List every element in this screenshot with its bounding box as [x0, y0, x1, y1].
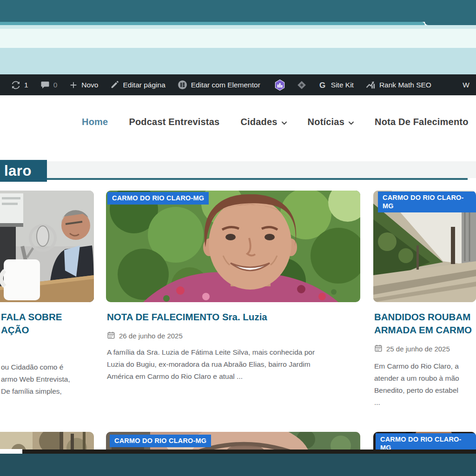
chrome-strip-cyan [0, 25, 476, 29]
section-title: laro [4, 163, 32, 179]
nav-label: Home [82, 117, 108, 127]
title-line: BANDIDOS ROUBAM [374, 311, 472, 324]
article-excerpt-line: ou Cidadão como é [1, 361, 70, 373]
title-line: AÇÃO [1, 324, 62, 337]
edit-elementor-label: Editar com Elementor [191, 81, 260, 89]
svg-text:G: G [319, 80, 325, 89]
article-date-text: 25 de junho de 2025 [386, 345, 450, 353]
article-title[interactable]: NOTA DE FALECIMENTO Sra. Luzia [107, 311, 267, 324]
wp-admin-bar: 1 0 Novo Editar página [0, 74, 476, 95]
adminbar-analytics-plugin[interactable] [274, 79, 285, 91]
article-title[interactable]: FALA SOBRE AÇÃO [1, 311, 62, 337]
chrome-accent-strip [0, 22, 425, 25]
adminbar-edit-page[interactable]: Editar página [110, 80, 165, 89]
adminbar-site-kit[interactable]: G Site Kit [318, 80, 354, 90]
section-title-box: laro [0, 160, 47, 182]
truncated-item-label: W [463, 81, 469, 89]
article-excerpt: A família da Sra. Luzia de Fátima Leite … [107, 346, 315, 383]
article-image[interactable]: CARMO DO RIO CLARO-MG [106, 191, 360, 302]
elementor-icon [178, 80, 187, 90]
nav-item-home[interactable]: Home [82, 117, 108, 127]
article-card: CARMO DO RIO CLARO-MG NOTA DE FALECIMENT… [106, 191, 360, 302]
main-nav: Home Podcast Entrevistas Cidades Notícia… [82, 117, 469, 127]
nav-label: Podcast Entrevistas [129, 117, 219, 127]
nav-item-podcast-entrevistas[interactable]: Podcast Entrevistas [129, 117, 219, 127]
bottom-frame [0, 454, 476, 476]
edit-page-label: Editar página [123, 81, 165, 89]
chrome-strip-white [0, 29, 476, 48]
nav-item-cidades[interactable]: Cidades [240, 117, 286, 127]
article-card: FALA SOBRE AÇÃO ou Cidadão como é armo W… [0, 191, 94, 302]
adminbar-diamond-plugin[interactable] [297, 80, 307, 90]
chevron-down-icon [282, 117, 287, 127]
adminbar-truncated-item[interactable]: W [463, 81, 469, 89]
title-line: NOTA DE FALECIMENTO Sra. Luzia [107, 311, 267, 324]
update-icon [11, 80, 20, 90]
calendar-icon [107, 331, 115, 341]
updates-count: 1 [24, 81, 28, 89]
category-badge-label: CARMO DO RIO CLARO-MG [114, 437, 206, 444]
section-title-bar [47, 161, 476, 178]
article-excerpt-line: atender a um roubo à mão [374, 372, 459, 384]
adminbar-updates[interactable]: 1 [11, 80, 28, 90]
purple-hexagon-chart-icon [274, 79, 285, 91]
category-badge-label: CARMO DO RIO CLARO-MG [383, 194, 464, 210]
chrome-accent-right [425, 22, 476, 25]
chrome-strip-cyan-2 [0, 48, 476, 74]
adminbar-rank-math[interactable]: Rank Math SEO [366, 80, 431, 90]
nav-label: Notícias [308, 117, 344, 127]
adminbar-edit-elementor[interactable]: Editar com Elementor [178, 80, 260, 90]
article-excerpt: Em Carmo do Rio Claro, a atender a um ro… [374, 360, 459, 409]
article-excerpt-line: Em Carmo do Rio Claro, a [374, 360, 459, 372]
google-g-icon: G [318, 80, 327, 90]
article-excerpt-line: América em Carmo do Rio Claro e atual ..… [107, 370, 315, 383]
calendar-icon [374, 344, 383, 354]
article-excerpt-line: armo Web Entrevista, [1, 373, 70, 385]
chevron-down-icon [349, 117, 354, 127]
rank-math-label: Rank Math SEO [379, 81, 431, 89]
portrait-illustration [106, 191, 360, 302]
article-date-text: 26 de junho de 2025 [119, 332, 183, 340]
article-date: 25 de junho de 2025 [374, 344, 450, 354]
comments-count: 0 [53, 81, 58, 89]
category-badge[interactable]: CARMO DO RIO CLARO-MG [107, 192, 209, 205]
nav-item-nota-de-falecimento[interactable]: Nota De Falecimento [375, 117, 469, 127]
nav-label: Cidades [240, 117, 277, 127]
article-excerpt-line: Luzia do Bugiu, ex-moradora da rua Abraã… [107, 358, 315, 370]
pencil-icon [110, 80, 119, 89]
page: 1 0 Novo Editar página [0, 0, 476, 476]
rank-math-chart-icon [366, 80, 376, 90]
title-line: ARMADA EM CARMO [374, 324, 472, 337]
category-badge-label: CARMO DO RIO CLARO-MG [380, 436, 462, 451]
top-frame [0, 0, 476, 22]
category-badge-label: CARMO DO RIO CLARO-MG [112, 194, 204, 202]
diamond-icon [297, 80, 307, 90]
plus-icon [69, 81, 78, 89]
article-excerpt-line: ... [374, 397, 459, 409]
article-excerpt-line: A família da Sra. Luzia de Fátima Leite … [107, 346, 315, 358]
adminbar-new[interactable]: Novo [69, 81, 98, 89]
nav-item-noticias[interactable]: Notícias [308, 117, 354, 127]
adminbar-new-label: Novo [81, 81, 98, 89]
comments-icon [40, 80, 50, 90]
article-date: 26 de junho de 2025 [107, 331, 183, 341]
article-excerpt-line: Benedito, perto do estabel [374, 384, 459, 397]
title-line: FALA SOBRE [1, 311, 62, 324]
article-card: CARMO DO RIO CLARO-MG BANDIDOS ROUBAM AR… [373, 191, 476, 302]
article-excerpt-line: De família simples, [1, 385, 70, 397]
article-excerpt: ou Cidadão como é armo Web Entrevista, D… [1, 361, 70, 397]
site-kit-label: Site Kit [331, 81, 354, 89]
adminbar-comments[interactable]: 0 [40, 80, 58, 90]
category-badge[interactable]: CARMO DO RIO CLARO-MG [378, 192, 476, 212]
section-underline [47, 178, 468, 180]
article-image[interactable]: CARMO DO RIO CLARO-MG [373, 191, 476, 302]
article-title[interactable]: BANDIDOS ROUBAM ARMADA EM CARMO [374, 311, 472, 337]
podcast-interview-illustration [0, 191, 94, 302]
nav-label: Nota De Falecimento [375, 117, 469, 127]
article-image[interactable] [0, 191, 94, 302]
category-badge[interactable]: CARMO DO RIO CLARO-MG [110, 435, 211, 447]
